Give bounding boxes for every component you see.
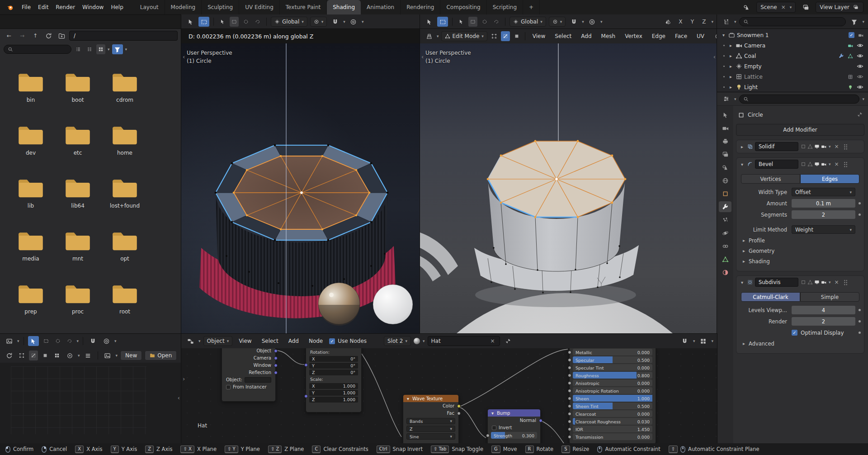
display-on-cage-toggle[interactable] xyxy=(801,161,806,167)
pin-icon[interactable] xyxy=(503,336,514,346)
input-socket[interactable] xyxy=(568,435,571,439)
animate-decorator[interactable] xyxy=(859,202,861,204)
mesh-data-icon[interactable] xyxy=(848,53,853,59)
image-editor-icon[interactable] xyxy=(4,336,14,346)
outliner-item-camera[interactable]: ▸ Camera xyxy=(717,40,868,51)
tab-view-layer[interactable] xyxy=(719,149,731,160)
tab-material[interactable] xyxy=(719,267,731,278)
output-socket[interactable] xyxy=(457,404,461,408)
display-realtime-toggle[interactable] xyxy=(814,280,820,285)
toolbar-toggle-arrow[interactable]: ‹ xyxy=(421,53,424,60)
image-editor-canvas[interactable]: ‹ xyxy=(0,363,181,443)
sidebar-toggle-arrow[interactable]: ‹ xyxy=(178,394,180,401)
forward-icon[interactable]: → xyxy=(17,31,28,41)
unlink-scene-icon[interactable]: × xyxy=(780,4,787,10)
pivot-point-dropdown[interactable]: ▾ xyxy=(310,17,327,27)
folder-item[interactable]: mnt xyxy=(54,230,101,283)
tab-shading[interactable]: Shading xyxy=(327,0,361,14)
options-chevron-icon[interactable]: ▾ xyxy=(711,19,713,24)
filter-chevron-icon[interactable]: ▾ xyxy=(862,19,864,24)
folder-item[interactable]: dev xyxy=(7,124,54,177)
hide-in-viewport-eye-icon[interactable] xyxy=(857,42,863,49)
levels-viewport-field[interactable]: 4 xyxy=(792,306,855,314)
node-input-row[interactable]: Clearcoat 0.000 xyxy=(573,410,652,417)
viewport-left[interactable]: D: 0.002236 m (0.002236 m) along global … xyxy=(181,29,420,334)
active-tool-select-box-icon[interactable] xyxy=(198,17,209,27)
pivot-point-dropdown[interactable]: ▾ xyxy=(549,17,566,27)
island-select-mode-icon[interactable] xyxy=(52,351,61,360)
editor-type-3dview-icon[interactable] xyxy=(424,31,434,41)
snap-magnet-icon[interactable] xyxy=(87,336,98,346)
create-directory-icon[interactable] xyxy=(56,31,67,41)
modifier-name-field[interactable]: Bevel xyxy=(755,160,798,169)
object-eyedropper-field[interactable] xyxy=(245,377,271,383)
tab-catmull-clark[interactable]: Catmull-Clark xyxy=(741,292,800,302)
tab-output[interactable] xyxy=(719,136,731,147)
tab-modeling[interactable]: Modeling xyxy=(165,0,202,14)
menu-add[interactable]: Add xyxy=(285,337,302,346)
modifier-name-field[interactable]: Subdivis xyxy=(755,278,798,287)
folder-item[interactable]: lib xyxy=(7,177,54,230)
camera-data-icon[interactable] xyxy=(848,43,853,48)
tab-uv-editing[interactable]: UV Editing xyxy=(239,0,280,14)
remove-modifier-icon[interactable]: × xyxy=(833,279,840,285)
node-wave-texture[interactable]: ▾Wave Texture Color Fac Bands▾ Z▾ Sine▾ xyxy=(403,394,459,443)
menu-view[interactable]: View xyxy=(529,32,549,41)
input-socket[interactable] xyxy=(304,394,308,398)
pivot-dropdown-icon[interactable] xyxy=(64,351,75,360)
material-slot-dropdown[interactable]: Slot 2▾ xyxy=(384,336,411,346)
section-geometry[interactable]: ▸Geometry xyxy=(736,246,864,256)
tab-texture-paint[interactable]: Texture Paint xyxy=(280,0,327,14)
input-socket[interactable] xyxy=(304,363,308,367)
menu-vertex[interactable]: Vertex xyxy=(621,32,646,41)
input-socket[interactable] xyxy=(486,434,490,437)
node-input-row[interactable]: Transmission 0.000 xyxy=(573,433,652,440)
file-search-input[interactable] xyxy=(4,45,71,54)
filter-funnel-icon[interactable] xyxy=(849,17,859,27)
modifier-extras-chevron-icon[interactable]: ▾ xyxy=(829,280,831,284)
display-horizontal-list-icon[interactable] xyxy=(85,44,94,54)
input-socket[interactable] xyxy=(568,404,571,408)
node-header[interactable]: ▾Bump xyxy=(488,409,540,417)
vertex-select-mode-icon[interactable] xyxy=(17,351,26,360)
display-render-toggle[interactable] xyxy=(821,144,826,149)
menu-hamburger-icon[interactable] xyxy=(83,351,94,360)
expand-icon[interactable]: ▸ xyxy=(728,53,734,58)
uv-sync-icon[interactable] xyxy=(4,351,14,360)
material-preview-icon[interactable] xyxy=(414,338,420,344)
proportional-options-chevron-icon[interactable]: ▾ xyxy=(600,19,603,24)
snap-options-chevron-icon[interactable]: ▾ xyxy=(343,19,345,24)
node-input-row[interactable]: IOR 1.450 xyxy=(573,426,652,432)
edge-select-mode-icon[interactable] xyxy=(29,351,38,360)
select-box-icon[interactable] xyxy=(42,336,51,346)
proportional-editing-icon[interactable] xyxy=(348,17,359,27)
snap-options-chevron-icon[interactable]: ▾ xyxy=(582,19,584,24)
outliner-item-coal[interactable]: ▸ Coal xyxy=(717,51,868,61)
input-socket[interactable] xyxy=(568,351,571,354)
edge-select-mode-icon[interactable] xyxy=(501,31,510,41)
tab-compositing[interactable]: Compositing xyxy=(440,0,486,14)
menu-help[interactable]: Help xyxy=(107,3,127,12)
rotation-value-field[interactable]: X0° xyxy=(309,356,358,362)
invert-checkbox[interactable]: Invert xyxy=(488,424,540,431)
select-lasso-icon[interactable] xyxy=(65,336,74,346)
display-options-chevron-icon[interactable]: ▾ xyxy=(108,47,110,52)
node-input-row[interactable]: Metallic 0.000 xyxy=(573,349,652,355)
view-layer-selector[interactable]: View Layer xyxy=(816,2,863,13)
editor-type-chevron-icon[interactable]: ▾ xyxy=(734,97,736,101)
tab-sculpting[interactable]: Sculpting xyxy=(202,0,239,14)
tab-physics[interactable] xyxy=(719,228,731,238)
folder-item[interactable]: etc xyxy=(54,124,101,177)
drag-handle-icon[interactable] xyxy=(844,161,848,167)
folder-item[interactable]: lost+found xyxy=(101,177,148,230)
segments-field[interactable]: 2 xyxy=(792,210,855,219)
folder-item[interactable]: prep xyxy=(7,283,54,336)
animate-decorator[interactable] xyxy=(859,309,861,311)
expand-icon[interactable]: ▸ xyxy=(728,85,734,90)
refresh-icon[interactable] xyxy=(43,31,54,41)
snap-magnet-icon[interactable] xyxy=(568,17,579,27)
scale-value-field[interactable]: Y1.000 xyxy=(309,390,358,396)
drag-handle-icon[interactable] xyxy=(844,280,848,285)
folder-item[interactable]: home xyxy=(101,124,148,177)
outliner-item-light[interactable]: ▸ Light xyxy=(717,82,868,92)
